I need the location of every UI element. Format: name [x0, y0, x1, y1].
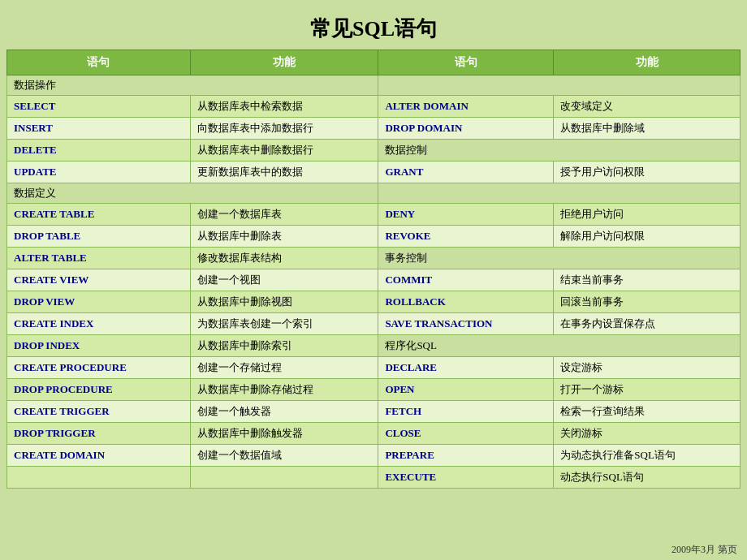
col-header-1: 语句	[7, 50, 191, 75]
keyword-span: CLOSE	[385, 427, 421, 439]
sql-keyword-left: CREATE DOMAIN	[7, 445, 191, 467]
func-right: 在事务内设置保存点	[554, 313, 741, 335]
keyword-span: ALTER DOMAIN	[385, 100, 468, 112]
func-right: 回滚当前事务	[554, 291, 741, 313]
func-left: 创建一个存储过程	[190, 357, 378, 379]
sql-keyword-left: CREATE TABLE	[7, 204, 191, 226]
func-right: 为动态执行准备SQL语句	[554, 445, 741, 467]
sql-keyword-left: DROP PROCEDURE	[7, 379, 191, 401]
keyword-span: EXECUTE	[385, 471, 436, 483]
keyword-span: CREATE TABLE	[14, 208, 94, 220]
sql-keyword-right: DECLARE	[378, 357, 554, 379]
sql-keyword-left	[7, 467, 191, 489]
sql-keyword-right: ALTER DOMAIN	[378, 96, 554, 118]
sql-keyword-right: 事务控制	[378, 248, 741, 269]
keyword-span: DROP INDEX	[14, 339, 80, 351]
table-row: CREATE TABLE创建一个数据库表DENY拒绝用户访问	[7, 204, 741, 226]
table-row: DELETE从数据库表中删除数据行数据控制	[7, 140, 741, 162]
sql-keyword-right: ROLLBACK	[378, 291, 554, 313]
keyword-span: DROP VIEW	[14, 295, 75, 308]
func-left	[190, 467, 378, 489]
keyword-span: CREATE DOMAIN	[14, 449, 105, 461]
func-left: 从数据库表中检索数据	[190, 96, 378, 118]
func-right: 打开一个游标	[554, 379, 741, 401]
keyword-span: ALTER TABLE	[14, 252, 87, 264]
sql-keyword-left: INSERT	[7, 118, 191, 140]
table-row: CREATE TRIGGER创建一个触发器FETCH检索一行查询结果	[7, 401, 741, 423]
func-left: 从数据库表中删除数据行	[190, 140, 378, 162]
col-header-3: 语句	[378, 50, 554, 75]
sql-keyword-right: DENY	[378, 204, 554, 226]
keyword-span: SAVE TRANSACTION	[385, 317, 492, 330]
sql-keyword-right: OPEN	[378, 379, 554, 401]
keyword-span: REVOKE	[385, 230, 430, 242]
table-row: UPDATE更新数据库表中的数据GRANT授予用户访问权限	[7, 162, 741, 183]
func-left: 为数据库表创建一个索引	[190, 313, 378, 335]
func-right: 改变域定义	[554, 96, 741, 118]
table-row: CREATE PROCEDURE创建一个存储过程DECLARE设定游标	[7, 357, 741, 379]
func-right: 关闭游标	[554, 423, 741, 445]
func-right: 解除用户访问权限	[554, 226, 741, 248]
col-header-4: 功能	[554, 50, 741, 75]
sql-keyword-left: DROP VIEW	[7, 291, 191, 313]
func-left: 从数据库中删除视图	[190, 291, 378, 313]
sql-keyword-left: DROP TABLE	[7, 226, 191, 248]
sql-keyword-left: DROP INDEX	[7, 335, 191, 357]
sql-keyword-right: EXECUTE	[378, 467, 554, 489]
sql-keyword-right: CLOSE	[378, 423, 554, 445]
func-left: 修改数据库表结构	[190, 248, 378, 269]
sql-keyword-left: UPDATE	[7, 162, 191, 183]
sql-keyword-left: CREATE VIEW	[7, 269, 191, 291]
keyword-span: CREATE VIEW	[14, 274, 89, 286]
func-left: 从数据库中删除触发器	[190, 423, 378, 445]
func-left: 向数据库表中添加数据行	[190, 118, 378, 140]
sql-table: 语句 功能 语句 功能 数据操作SELECT从数据库表中检索数据ALTER DO…	[6, 50, 741, 489]
func-right: 结束当前事务	[554, 269, 741, 291]
keyword-span: DROP TABLE	[14, 230, 80, 242]
func-left: 从数据库中删除表	[190, 226, 378, 248]
sql-keyword-right: 程序化SQL	[378, 335, 741, 357]
keyword-span: DROP PROCEDURE	[14, 383, 113, 395]
sql-keyword-right: DROP DOMAIN	[378, 118, 554, 140]
keyword-span: UPDATE	[14, 166, 56, 178]
sql-keyword-left: DELETE	[7, 140, 191, 162]
keyword-span: DROP TRIGGER	[14, 427, 96, 439]
sql-keyword-right: FETCH	[378, 401, 554, 423]
sql-keyword-left: ALTER TABLE	[7, 248, 191, 269]
section-header-row: 数据定义	[7, 183, 741, 204]
sql-keyword-right: REVOKE	[378, 226, 554, 248]
keyword-span: GRANT	[385, 166, 423, 178]
sql-keyword-left: CREATE INDEX	[7, 313, 191, 335]
sql-keyword-left: CREATE PROCEDURE	[7, 357, 191, 379]
keyword-span: DELETE	[14, 144, 57, 156]
keyword-span: OPEN	[385, 383, 414, 395]
table-row: DROP PROCEDURE从数据库中删除存储过程OPEN打开一个游标	[7, 379, 741, 401]
keyword-span: PREPARE	[385, 449, 434, 461]
func-right: 授予用户访问权限	[554, 162, 741, 183]
func-right: 设定游标	[554, 357, 741, 379]
keyword-span: CREATE PROCEDURE	[14, 361, 127, 373]
sql-keyword-right: 数据控制	[378, 140, 741, 162]
func-right: 拒绝用户访问	[554, 204, 741, 226]
func-left: 创建一个视图	[190, 269, 378, 291]
table-row: CREATE INDEX为数据库表创建一个索引SAVE TRANSACTION在…	[7, 313, 741, 335]
keyword-span: FETCH	[385, 405, 421, 417]
func-left: 从数据库中删除存储过程	[190, 379, 378, 401]
func-right: 动态执行SQL语句	[554, 467, 741, 489]
keyword-span: DROP DOMAIN	[385, 122, 462, 134]
table-row: DROP TABLE从数据库中删除表REVOKE解除用户访问权限	[7, 226, 741, 248]
table-row: CREATE DOMAIN创建一个数据值域PREPARE为动态执行准备SQL语句	[7, 445, 741, 467]
sql-keyword-right: COMMIT	[378, 269, 554, 291]
keyword-span: COMMIT	[385, 274, 432, 286]
sql-keyword-right: PREPARE	[378, 445, 554, 467]
func-left: 创建一个触发器	[190, 401, 378, 423]
sql-keyword-right: GRANT	[378, 162, 554, 183]
table-row: DROP VIEW从数据库中删除视图ROLLBACK回滚当前事务	[7, 291, 741, 313]
sql-keyword-left: SELECT	[7, 96, 191, 118]
page-container: 常见SQL语句 语句 功能 语句 功能 数据操作SELECT从数据库表中检索数据…	[0, 0, 747, 560]
sql-keyword-left: DROP TRIGGER	[7, 423, 191, 445]
keyword-span: CREATE INDEX	[14, 317, 93, 330]
func-left: 从数据库中删除索引	[190, 335, 378, 357]
func-left: 创建一个数据库表	[190, 204, 378, 226]
table-row: SELECT从数据库表中检索数据ALTER DOMAIN改变域定义	[7, 96, 741, 118]
